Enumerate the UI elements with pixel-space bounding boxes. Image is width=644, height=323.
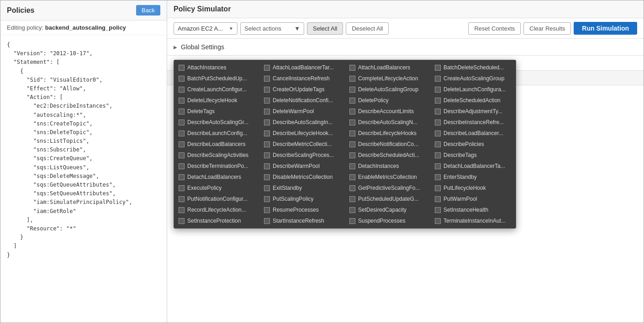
action-checkbox[interactable] [435,207,441,213]
action-item[interactable]: DetachInstances [345,161,430,172]
action-item[interactable]: DetachLoadBalancers [174,172,259,182]
action-item[interactable]: CreateOrUpdateTags [259,84,345,95]
action-checkbox[interactable] [179,76,185,82]
action-checkbox[interactable] [179,207,185,213]
action-checkbox[interactable] [349,174,355,180]
action-checkbox[interactable] [435,65,441,71]
action-item[interactable]: DeletePolicy [345,95,430,106]
actions-dropdown[interactable]: Select actions ▼ [240,22,304,35]
action-checkbox[interactable] [264,76,270,82]
action-checkbox[interactable] [349,163,355,169]
action-item[interactable]: DescribeLifecycleHooks [345,128,430,139]
action-item[interactable]: GetPredictiveScalingFo... [345,182,430,193]
action-item[interactable]: DescribeLifecycleHook... [259,128,345,139]
action-checkbox[interactable] [435,76,441,82]
action-item[interactable]: DescribeLoadBalancers [174,139,259,150]
action-item[interactable]: DescribeTerminationPo... [174,161,259,172]
action-checkbox[interactable] [179,174,185,180]
action-checkbox[interactable] [435,152,441,158]
action-checkbox[interactable] [179,218,185,224]
action-checkbox[interactable] [264,185,270,191]
action-item[interactable]: TerminateInstanceInAut... [430,215,516,226]
action-checkbox[interactable] [349,185,355,191]
action-item[interactable]: BatchPutScheduledUp... [174,73,259,84]
action-checkbox[interactable] [435,109,441,115]
action-item[interactable]: ExecutePolicy [174,182,259,193]
action-checkbox[interactable] [179,87,185,93]
action-checkbox[interactable] [264,130,270,136]
action-item[interactable]: SuspendProcesses [345,215,430,226]
action-checkbox[interactable] [349,218,355,224]
run-simulation-button[interactable]: Run Simulation [574,22,637,35]
action-checkbox[interactable] [435,98,441,104]
action-checkbox[interactable] [349,87,355,93]
action-checkbox[interactable] [349,98,355,104]
action-item[interactable]: SetInstanceHealth [430,204,516,215]
action-item[interactable]: AttachLoadBalancers [345,62,430,73]
action-item[interactable]: BatchDeleteScheduled... [430,62,516,73]
action-checkbox[interactable] [349,109,355,115]
deselect-all-button[interactable]: Deselect All [346,22,389,35]
action-item[interactable]: AttachInstances [174,62,259,73]
action-item[interactable]: CancelInstanceRefresh [259,73,345,84]
action-item[interactable]: DeleteAutoScalingGroup [345,84,430,95]
reset-contexts-button[interactable]: Reset Contexts [468,22,521,35]
action-checkbox[interactable] [179,152,185,158]
action-checkbox[interactable] [435,130,441,136]
action-checkbox[interactable] [349,152,355,158]
action-checkbox[interactable] [179,185,185,191]
action-checkbox[interactable] [349,141,355,147]
action-item[interactable]: DescribeScalingActivities [174,150,259,161]
action-checkbox[interactable] [264,141,270,147]
back-button[interactable]: Back [136,5,160,16]
action-item[interactable]: DeleteTags [174,106,259,117]
action-item[interactable]: ResumeProcesses [259,204,345,215]
action-checkbox[interactable] [435,174,441,180]
action-checkbox[interactable] [349,207,355,213]
action-checkbox[interactable] [264,87,270,93]
action-item[interactable]: DescribeAutoScalingIn... [259,117,345,128]
action-item[interactable]: DeleteLaunchConfigura... [430,84,516,95]
action-item[interactable]: DescribeNotificationCo... [345,139,430,150]
json-editor[interactable]: { "Version": "2012-10-17", "Statement": … [0,35,167,323]
action-item[interactable]: DescribeLaunchConfig... [174,128,259,139]
action-item[interactable]: RecordLifecycleAction... [174,204,259,215]
action-checkbox[interactable] [179,98,185,104]
action-checkbox[interactable] [435,196,441,202]
action-item[interactable]: DisableMetricsCollection [259,172,345,182]
action-checkbox[interactable] [264,174,270,180]
select-all-button[interactable]: Select All [307,22,343,35]
action-checkbox[interactable] [179,141,185,147]
action-checkbox[interactable] [349,130,355,136]
action-item[interactable]: PutNotificationConfigur... [174,193,259,204]
action-item[interactable]: PutLifecycleHook [430,182,516,193]
action-checkbox[interactable] [349,76,355,82]
action-item[interactable]: EnableMetricsCollection [345,172,430,182]
action-checkbox[interactable] [349,196,355,202]
action-checkbox[interactable] [264,152,270,158]
action-checkbox[interactable] [264,218,270,224]
action-checkbox[interactable] [349,120,355,125]
action-checkbox[interactable] [435,141,441,147]
action-item[interactable]: DescribeWarmPool [259,161,345,172]
action-checkbox[interactable] [264,65,270,71]
action-item[interactable]: DeleteScheduledAction [430,95,516,106]
action-item[interactable]: PutScheduledUpdateG... [345,193,430,204]
action-checkbox[interactable] [179,130,185,136]
action-checkbox[interactable] [179,120,185,125]
action-checkbox[interactable] [179,163,185,169]
action-checkbox[interactable] [179,65,185,71]
action-item[interactable]: PutWarmPool [430,193,516,204]
action-item[interactable]: CreateLaunchConfigur... [174,84,259,95]
action-item[interactable]: SetInstanceProtection [174,215,259,226]
action-checkbox[interactable] [179,109,185,115]
action-item[interactable]: DeleteLifecycleHook [174,95,259,106]
action-item[interactable]: CompleteLifecycleAction [345,73,430,84]
action-checkbox[interactable] [435,185,441,191]
action-item[interactable]: DescribeAccountLimits [345,106,430,117]
action-checkbox[interactable] [179,196,185,202]
action-checkbox[interactable] [264,109,270,115]
action-item[interactable]: SetDesiredCapacity [345,204,430,215]
action-checkbox[interactable] [435,120,441,125]
action-item[interactable]: DescribeLoadBalancer... [430,128,516,139]
